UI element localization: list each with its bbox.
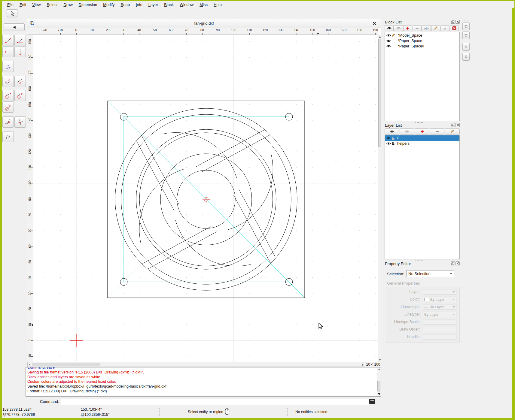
block-purge-button[interactable] [450, 25, 459, 31]
layer-visibility-eye-icon[interactable] [386, 136, 391, 140]
property-linetype-control[interactable]: By Layer [423, 312, 456, 317]
block-list-close-button[interactable] [456, 20, 460, 24]
menu-info[interactable]: Info [133, 2, 145, 8]
menu-layer[interactable]: Layer [145, 2, 161, 8]
line-parallel-button[interactable] [2, 76, 14, 87]
command-toggle-button[interactable] [369, 399, 375, 404]
block-add-button[interactable] [403, 25, 412, 31]
command-input[interactable] [61, 399, 369, 405]
menu-misc[interactable]: Misc [197, 2, 211, 8]
dock-toggle-button-3[interactable] [462, 43, 470, 51]
back-button[interactable] [4, 23, 25, 31]
layer-list-close-button[interactable] [456, 123, 460, 127]
layer-add-button[interactable] [415, 128, 429, 134]
horizontal-scroll-thumb[interactable] [32, 363, 100, 366]
drawing-canvas[interactable] [33, 35, 378, 362]
block-insert-button[interactable] [440, 25, 449, 31]
line-orthogonal-tangent-button[interactable] [2, 101, 14, 113]
block-visibility-eye-icon[interactable] [386, 34, 391, 37]
layer-lock-icon[interactable] [391, 136, 395, 140]
line-two-points-button[interactable] [2, 35, 14, 46]
property-editor-float-button[interactable] [451, 261, 455, 265]
document-close-icon[interactable] [372, 21, 376, 26]
property-editor-close-button[interactable] [456, 261, 460, 265]
block-show-all-button[interactable] [385, 25, 394, 31]
dock-toggle-button-1[interactable] [462, 23, 470, 30]
layer-lock-icon[interactable] [391, 142, 395, 146]
line-vertical-icon [17, 47, 24, 56]
layer-remove-button[interactable] [430, 128, 444, 134]
scroll-up-arrow[interactable] [379, 36, 381, 38]
property-draworder-control[interactable] [423, 327, 456, 332]
selection-pointer-button[interactable] [7, 9, 17, 17]
menu-file[interactable]: File [4, 2, 17, 8]
document-title-bar[interactable]: fan-grid.dxf [27, 19, 381, 28]
menu-block[interactable]: Block [161, 2, 177, 8]
line-relative-angle-button[interactable] [2, 116, 14, 128]
toolbar-drag-handle[interactable]: ⋮⋮ [4, 11, 6, 14]
history-scroll-thumb[interactable] [377, 381, 380, 391]
layer-row-helpers[interactable]: helpers [385, 141, 459, 146]
block-row-paper_space[interactable]: *Paper_Space [385, 38, 459, 44]
property-layer-control[interactable] [423, 289, 456, 295]
layer-row-0[interactable]: 0 [385, 135, 459, 141]
property-handle-control[interactable] [423, 334, 456, 340]
scroll-down-arrow[interactable] [379, 359, 381, 361]
layer-hide-all-button[interactable] [400, 128, 414, 134]
menu-edit[interactable]: Edit [17, 2, 29, 8]
dock-toggle-button-4[interactable] [462, 53, 470, 61]
block-remove-button[interactable] [413, 25, 422, 31]
menu-draw[interactable]: Draw [60, 2, 75, 8]
selection-combobox[interactable]: No Selection [406, 270, 454, 277]
layer-edit-button[interactable] [445, 128, 460, 134]
layer-name: helpers [397, 141, 410, 146]
block-row-model_space[interactable]: *Model_Space [385, 33, 459, 38]
layer-list[interactable]: 0helpers [385, 135, 460, 259]
block-visibility-eye-icon[interactable] [386, 39, 391, 43]
menu-modify[interactable]: Modify [100, 2, 117, 8]
line-parallel-through-point-button[interactable] [14, 76, 26, 87]
history-scroll-up-arrow[interactable] [378, 369, 380, 370]
menu-help[interactable]: Help [211, 2, 225, 8]
draw-toolbar-handle[interactable]: •••••• [10, 19, 19, 21]
block-list-float-button[interactable] [451, 20, 455, 24]
line-freehand-button[interactable] [2, 131, 14, 142]
history-scroll-down-arrow[interactable] [378, 393, 380, 395]
line-angle-button[interactable] [14, 35, 26, 46]
scroll-right-arrow[interactable] [362, 364, 364, 366]
block-visibility-eye-icon[interactable] [386, 44, 391, 48]
strip-handle[interactable]: ••••• [463, 19, 469, 21]
vertical-scroll-thumb[interactable] [378, 39, 381, 147]
property-lineweight-control[interactable]: By Layer [423, 304, 456, 310]
property-color-control[interactable]: By Layer [423, 297, 456, 302]
h-ruler-label: 90 [216, 28, 220, 32]
menu-dimension[interactable]: Dimension [76, 2, 100, 8]
menu-view[interactable]: View [29, 2, 44, 8]
dock-splitter-2[interactable]: •••••• [415, 259, 424, 262]
property-linetypescale-control[interactable] [423, 319, 456, 325]
line-orthogonal-button[interactable] [14, 116, 26, 128]
line-bisector-button[interactable] [2, 61, 14, 72]
block-list[interactable]: *Model_Space*Paper_Space*Paper_Space0 [385, 32, 460, 121]
dock-toggle-button-2[interactable] [462, 32, 470, 39]
canvas-vertical-scrollbar[interactable] [378, 35, 381, 362]
menu-select[interactable]: Select [44, 2, 60, 8]
command-history[interactable]: Command: saveSaving to file format versi… [26, 367, 381, 397]
line-tangent-two-circles-button[interactable] [14, 90, 26, 101]
block-edit-button[interactable] [431, 25, 440, 31]
block-row-paper_space0[interactable]: *Paper_Space0 [385, 44, 459, 49]
dock-splitter-1[interactable]: •••••• [415, 121, 424, 124]
block-rename-button[interactable]: a|b [422, 25, 431, 31]
menu-window[interactable]: Window [177, 2, 197, 8]
history-scrollbar[interactable] [377, 367, 381, 396]
line-vertical-button[interactable] [14, 46, 26, 57]
line-horizontal-button[interactable] [2, 46, 14, 57]
scroll-left-arrow[interactable] [29, 364, 30, 366]
block-hide-all-button[interactable] [394, 25, 403, 31]
menu-snap[interactable]: Snap [118, 2, 133, 8]
line-tangent-point-circle-button[interactable] [2, 90, 14, 101]
layer-list-float-button[interactable] [451, 123, 455, 127]
layer-visibility-eye-icon[interactable] [386, 142, 391, 145]
layer-show-all-button[interactable] [385, 128, 399, 134]
canvas-horizontal-scrollbar[interactable] [27, 362, 365, 367]
